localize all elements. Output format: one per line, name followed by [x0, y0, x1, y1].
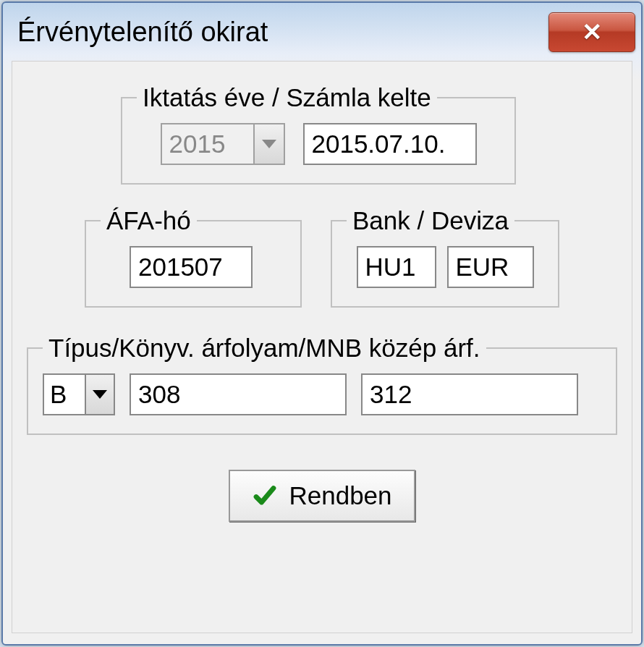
year-date-group: Iktatás éve / Számla kelte 2015 2015.07.… [121, 83, 516, 185]
titlebar: Érvénytelenítő okirat ✕ [3, 3, 641, 61]
rate-legend: Típus/Könyv. árfolyam/MNB közép árf. [43, 334, 486, 363]
afa-month-input[interactable]: 201507 [130, 246, 253, 288]
chevron-down-icon [93, 390, 107, 399]
date-input[interactable]: 2015.07.10. [303, 123, 477, 165]
window-title: Érvénytelenítő okirat [17, 17, 268, 48]
type-value: B [43, 373, 86, 415]
currency-input[interactable]: EUR [447, 246, 534, 288]
year-combo: 2015 [161, 123, 285, 165]
close-button[interactable]: ✕ [548, 12, 635, 52]
bank-input[interactable]: HU1 [357, 246, 436, 288]
dialog-window: Érvénytelenítő okirat ✕ Iktatás éve / Sz… [1, 1, 643, 646]
bank-group: Bank / Deviza HU1 EUR [331, 206, 559, 308]
chevron-down-icon [262, 140, 276, 148]
ok-button[interactable]: Rendben [229, 470, 415, 522]
year-value: 2015 [161, 123, 255, 165]
bank-legend: Bank / Deviza [347, 206, 514, 235]
year-date-legend: Iktatás éve / Számla kelte [137, 83, 437, 112]
type-dropdown-button[interactable] [86, 373, 115, 415]
client-area: Iktatás éve / Számla kelte 2015 2015.07.… [12, 61, 632, 633]
book-rate-input[interactable]: 308 [130, 373, 347, 415]
type-combo[interactable]: B [43, 373, 115, 415]
mnb-rate-input[interactable]: 312 [361, 373, 578, 415]
afa-group: ÁFA-hó 201507 [85, 206, 302, 308]
afa-legend: ÁFA-hó [101, 206, 197, 235]
close-icon: ✕ [582, 17, 602, 46]
check-icon [252, 483, 278, 509]
rate-group: Típus/Könyv. árfolyam/MNB közép árf. B 3… [27, 334, 617, 435]
ok-button-label: Rendben [289, 481, 391, 510]
year-dropdown-button [255, 123, 285, 165]
button-row: Rendben [27, 470, 617, 522]
